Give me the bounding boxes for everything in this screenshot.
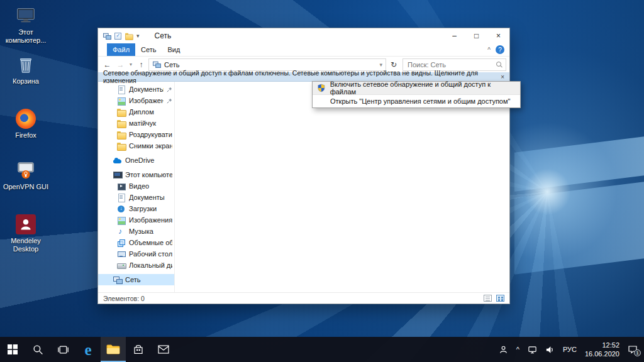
menu-item-open-network-center[interactable]: Открыть "Центр управления сетями и общим… xyxy=(313,95,520,107)
uac-shield-icon xyxy=(317,84,326,92)
sidebar-item-pictures-pinned[interactable]: Изображения xyxy=(98,95,174,106)
desktop-icon-firefox[interactable]: Firefox xyxy=(3,108,49,140)
desktop-icon-label: OpenVPN GUI xyxy=(3,183,49,191)
sidebar-item-documents-pinned[interactable]: Документы xyxy=(98,84,174,95)
sidebar-item-screenshots[interactable]: Снимки экрана xyxy=(98,140,174,151)
sidebar-item-onedrive[interactable]: OneDrive xyxy=(98,155,174,166)
status-bar: Элементов: 0 xyxy=(98,292,509,304)
details-view-icon[interactable] xyxy=(484,295,492,302)
downloads-icon xyxy=(117,205,126,213)
customize-toolbar-chevron-icon[interactable]: ▾ xyxy=(136,33,140,39)
taskbar: e ^ РУС 12:52 16.06. xyxy=(0,337,644,362)
window-controls: – □ × xyxy=(443,28,509,43)
picture-icon xyxy=(117,216,126,224)
sidebar-item-this-pc[interactable]: Этот компьютер xyxy=(98,169,174,180)
info-bar-close-icon[interactable]: × xyxy=(496,74,504,80)
people-icon[interactable] xyxy=(499,345,508,354)
new-folder-icon[interactable] xyxy=(125,32,133,39)
desktop-icon-label: Mendeley Desktop xyxy=(3,237,49,253)
sidebar-item-documents[interactable]: Документы xyxy=(98,192,174,203)
up-button[interactable]: ↑ xyxy=(135,60,147,69)
taskbar-explorer-button[interactable] xyxy=(101,337,126,362)
address-dropdown-chevron-icon[interactable]: ▾ xyxy=(379,62,382,68)
recycle-bin-icon xyxy=(15,54,36,75)
sidebar-item-desktop[interactable]: Рабочий стол xyxy=(98,248,174,260)
language-indicator[interactable]: РУС xyxy=(563,346,577,353)
task-view-button[interactable] xyxy=(50,337,75,362)
hard-drive-icon xyxy=(117,261,126,270)
notification-badge: 1 xyxy=(634,349,641,356)
desktop-icon-openvpn[interactable]: OpenVPN GUI xyxy=(3,160,49,191)
system-tray: ^ РУС 12:52 16.06.2020 1 xyxy=(499,337,644,362)
3d-objects-icon xyxy=(117,239,126,247)
menu-item-enable-discovery[interactable]: Включить сетевое обнаружение и общий дос… xyxy=(313,82,520,94)
search-input[interactable] xyxy=(406,60,496,69)
search-icon[interactable] xyxy=(496,62,502,68)
sidebar-item-downloads[interactable]: Загрузки xyxy=(98,203,174,214)
desktop-icon-mendeley[interactable]: Mendeley Desktop xyxy=(3,214,49,253)
taskbar-search-button[interactable] xyxy=(25,337,50,362)
clock-date: 16.06.2020 xyxy=(585,349,619,358)
minimize-button[interactable]: – xyxy=(443,28,465,43)
sidebar-item-local-disk[interactable]: Локальный диск xyxy=(98,260,174,271)
ribbon-tabs: Файл Сеть Вид ^ ? xyxy=(98,43,509,57)
back-button[interactable]: ← xyxy=(101,60,113,69)
window-system-icon xyxy=(103,32,111,39)
collapse-ribbon-icon[interactable]: ^ xyxy=(487,47,491,53)
action-center-button[interactable]: 1 xyxy=(628,344,638,354)
mail-envelope-icon xyxy=(158,345,169,354)
breadcrumb[interactable]: Сеть xyxy=(164,61,376,69)
pin-icon xyxy=(167,98,172,104)
taskbar-store-button[interactable] xyxy=(126,337,151,362)
network-icon xyxy=(113,276,122,284)
sidebar-item-matiychuk[interactable]: матійчук xyxy=(98,118,174,129)
tab-file[interactable]: Файл xyxy=(107,43,135,56)
desktop-icon-this-pc[interactable]: Этот компьютер... xyxy=(3,5,49,44)
folder-icon xyxy=(117,119,126,128)
clock-time: 12:52 xyxy=(585,341,619,349)
computer-icon xyxy=(113,171,122,179)
close-button[interactable]: × xyxy=(487,28,509,43)
volume-icon[interactable] xyxy=(545,345,555,354)
sidebar-item-network[interactable]: Сеть xyxy=(98,274,174,285)
sidebar-item-pictures[interactable]: Изображения xyxy=(98,214,174,226)
edge-icon: e xyxy=(84,342,91,358)
openvpn-icon xyxy=(15,160,36,181)
tab-view[interactable]: Вид xyxy=(162,43,186,56)
forward-button[interactable]: → xyxy=(114,60,126,69)
firefox-icon xyxy=(15,108,36,129)
refresh-icon[interactable]: ↻ xyxy=(387,60,400,69)
tab-network[interactable]: Сеть xyxy=(135,43,162,56)
document-icon xyxy=(117,85,126,94)
search-icon xyxy=(33,344,43,355)
desktop-icon-label: Корзина xyxy=(3,77,49,85)
sidebar-item-rozdrukuvaty[interactable]: Роздрукувати xyxy=(98,129,174,140)
sidebar-item-diplom[interactable]: Диплом xyxy=(98,106,174,118)
music-note-icon xyxy=(117,228,126,236)
sidebar-item-music[interactable]: Музыка xyxy=(98,226,174,237)
explorer-window: ▾ Сеть – □ × Файл Сеть Вид ^ ? ← → ▾ ↑ С… xyxy=(97,28,510,304)
network-location-icon xyxy=(153,61,160,68)
maximize-button[interactable]: □ xyxy=(465,28,487,43)
network-status-icon[interactable] xyxy=(528,345,537,354)
store-icon xyxy=(133,344,144,355)
title-bar[interactable]: ▾ Сеть – □ × xyxy=(98,28,509,43)
recent-locations-chevron-icon[interactable]: ▾ xyxy=(128,62,134,67)
folder-icon xyxy=(117,142,126,150)
quick-access-toolbar: ▾ xyxy=(98,32,140,40)
start-button[interactable] xyxy=(0,337,25,362)
folder-icon xyxy=(117,131,126,139)
taskbar-edge-button[interactable]: e xyxy=(75,337,101,362)
sidebar-item-3d-objects[interactable]: Объемные объе xyxy=(98,237,174,248)
help-icon[interactable]: ? xyxy=(496,45,504,54)
taskbar-mail-button[interactable] xyxy=(151,337,176,362)
onedrive-cloud-icon xyxy=(113,156,122,165)
taskbar-clock[interactable]: 12:52 16.06.2020 xyxy=(585,341,619,359)
file-list-area[interactable] xyxy=(175,82,509,292)
tray-expand-icon[interactable]: ^ xyxy=(516,346,519,353)
large-icons-view-icon[interactable] xyxy=(496,295,504,302)
properties-icon[interactable] xyxy=(114,33,121,40)
sidebar-item-videos[interactable]: Видео xyxy=(98,180,174,192)
navigation-pane: Документы Изображения Диплом матійчук Ро… xyxy=(98,82,175,292)
desktop-icon-recycle-bin[interactable]: Корзина xyxy=(3,54,49,85)
